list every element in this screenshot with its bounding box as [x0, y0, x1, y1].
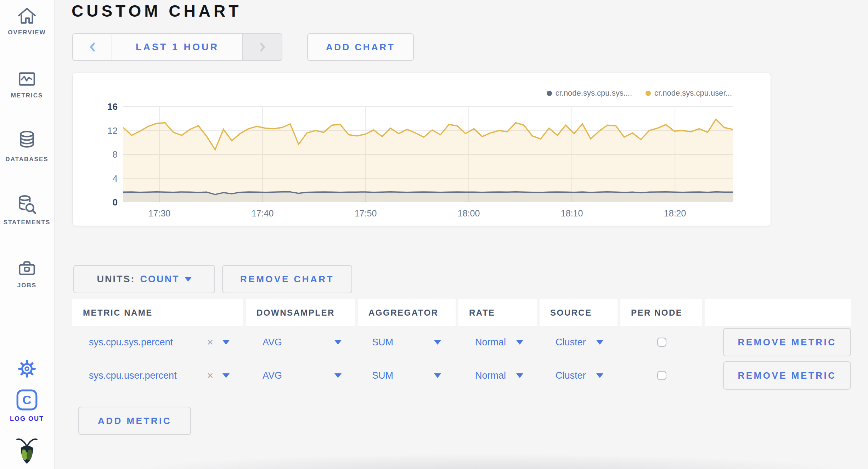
next-card-shadow — [117, 454, 859, 469]
metrics-table-header: METRIC NAME DOWNSAMPLER AGGREGATOR RATE … — [72, 299, 851, 326]
gear-icon — [17, 358, 37, 379]
chevron-down-icon[interactable] — [334, 373, 342, 378]
metric-name-value[interactable]: sys.cpu.sys.percent — [72, 337, 173, 348]
database-icon — [17, 130, 37, 151]
time-range-next-button[interactable] — [242, 34, 282, 60]
aggregator-select[interactable]: SUM — [358, 337, 393, 348]
chart-legend: cr.node.sys.cpu.sys.... cr.node.sys.cpu.… — [547, 89, 732, 98]
remove-metric-button[interactable]: REMOVE METRIC — [723, 328, 851, 356]
cockroach-c-icon: C — [15, 388, 39, 412]
col-header-source: SOURCE — [540, 299, 618, 326]
svg-text:17:30: 17:30 — [148, 208, 171, 218]
time-range-label[interactable]: LAST 1 HOUR — [112, 34, 242, 60]
col-header-downsampler: DOWNSAMPLER — [246, 299, 355, 326]
sidebar: OVERVIEW METRICS DATABASES — [0, 0, 55, 469]
svg-text:C: C — [22, 393, 31, 407]
aggregator-select[interactable]: SUM — [358, 370, 393, 381]
chevron-down-icon[interactable] — [516, 373, 523, 378]
sidebar-item-label: JOBS — [0, 282, 54, 289]
units-dropdown[interactable]: UNITS: COUNT — [73, 265, 215, 293]
sidebar-item-label: DATABASES — [0, 156, 54, 163]
chevron-right-icon — [259, 42, 266, 52]
chevron-down-icon[interactable] — [434, 340, 441, 345]
legend-dot-user — [646, 91, 651, 96]
legend-label: cr.node.sys.cpu.user... — [654, 89, 732, 98]
chevron-down-icon[interactable] — [596, 340, 603, 345]
chevron-down-icon[interactable] — [222, 340, 230, 345]
col-header-actions — [705, 299, 851, 326]
sidebar-item-label: METRICS — [0, 92, 54, 99]
per-node-checkbox[interactable] — [657, 338, 666, 347]
remove-metric-button[interactable]: REMOVE METRIC — [723, 361, 851, 390]
chevron-down-icon[interactable] — [334, 340, 342, 345]
sidebar-item-label: OVERVIEW — [0, 29, 54, 36]
metrics-icon — [17, 69, 37, 89]
col-header-aggregator: AGGREGATOR — [358, 299, 456, 326]
chevron-down-icon — [185, 277, 192, 282]
legend-label: cr.node.sys.cpu.sys.... — [556, 89, 632, 98]
downsampler-select[interactable]: AVG — [246, 337, 282, 348]
clear-metric-x-icon[interactable]: × — [207, 369, 213, 382]
time-range-picker: LAST 1 HOUR — [72, 33, 282, 61]
per-node-checkbox[interactable] — [657, 371, 666, 380]
chevron-down-icon[interactable] — [222, 373, 230, 378]
svg-text:0: 0 — [113, 197, 118, 208]
rate-select[interactable]: Normal — [458, 337, 506, 348]
downsampler-select[interactable]: AVG — [246, 370, 282, 381]
remove-chart-button[interactable]: REMOVE CHART — [222, 265, 352, 293]
home-icon — [17, 6, 37, 26]
rate-select[interactable]: Normal — [458, 370, 506, 381]
svg-text:4: 4 — [113, 173, 118, 184]
metrics-table-body: sys.cpu.sys.percent × AVG SUM Normal Clu… — [72, 326, 851, 392]
briefcase-icon — [17, 258, 37, 278]
col-header-metric-name: METRIC NAME — [72, 299, 243, 326]
custom-chart-page: OVERVIEW METRICS DATABASES — [0, 0, 868, 469]
svg-text:16: 16 — [107, 101, 118, 112]
svg-text:18:20: 18:20 — [664, 208, 686, 218]
chevron-down-icon[interactable] — [596, 373, 603, 378]
chart-card: 17:3017:4017:5018:0018:1018:200481216 cr… — [72, 73, 771, 226]
legend-item-sys: cr.node.sys.cpu.sys.... — [547, 89, 632, 98]
chevron-left-icon — [89, 42, 96, 52]
units-label: UNITS: — [97, 274, 135, 285]
metric-name-value[interactable]: sys.cpu.user.percent — [72, 370, 177, 381]
add-metric-button[interactable]: ADD METRIC — [78, 407, 191, 435]
svg-text:17:40: 17:40 — [252, 208, 274, 218]
sidebar-item-label: STATEMENTS — [0, 219, 54, 226]
source-select[interactable]: Cluster — [540, 337, 586, 348]
svg-text:18:00: 18:00 — [458, 208, 480, 218]
svg-text:12: 12 — [107, 125, 118, 136]
svg-text:17:50: 17:50 — [355, 208, 377, 218]
legend-item-user: cr.node.sys.cpu.user... — [646, 89, 732, 98]
chevron-down-icon[interactable] — [434, 373, 441, 378]
table-row: sys.cpu.sys.percent × AVG SUM Normal Clu… — [72, 326, 851, 359]
chevron-down-icon[interactable] — [516, 340, 523, 345]
legend-dot-sys — [547, 91, 552, 96]
source-select[interactable]: Cluster — [540, 370, 586, 381]
units-value: COUNT — [140, 274, 180, 285]
table-row: sys.cpu.user.percent × AVG SUM Normal Cl… — [72, 359, 851, 392]
cockroachdb-logo[interactable] — [16, 436, 38, 467]
col-header-rate: RATE — [458, 299, 537, 326]
time-range-prev-button[interactable] — [73, 34, 112, 60]
statements-icon — [16, 194, 38, 215]
add-chart-button[interactable]: ADD CHART — [307, 33, 414, 61]
clear-metric-x-icon[interactable]: × — [207, 336, 213, 348]
logout-label: LOG OUT — [0, 415, 54, 423]
col-header-per-node: PER NODE — [620, 299, 702, 326]
page-title: CUSTOM CHART — [72, 1, 242, 21]
svg-text:8: 8 — [113, 149, 118, 160]
svg-text:18:10: 18:10 — [561, 208, 583, 218]
